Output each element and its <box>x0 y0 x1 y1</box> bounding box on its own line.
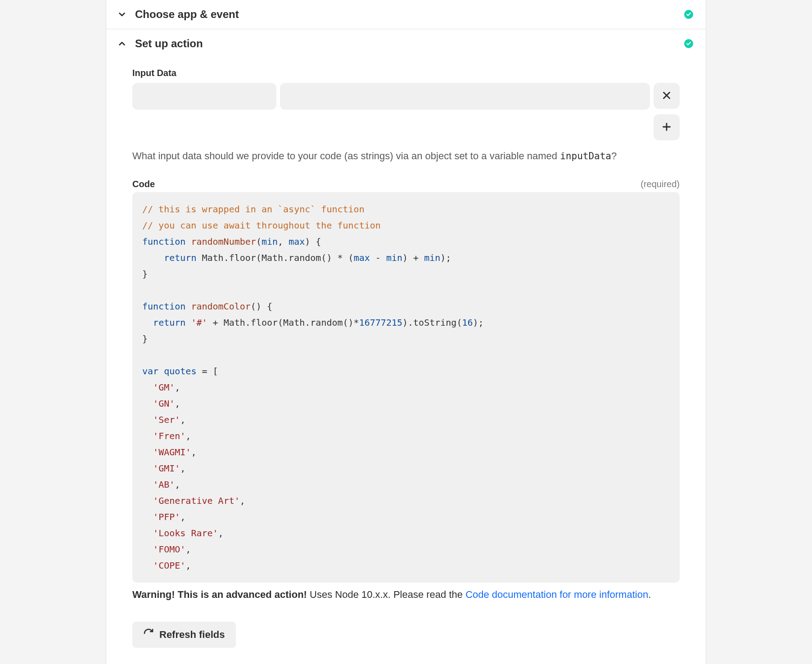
refresh-fields-button[interactable]: Refresh fields <box>132 622 236 648</box>
section-choose-app-event[interactable]: Choose app & event <box>106 0 706 29</box>
input-data-label: Input Data <box>132 68 680 78</box>
code-editor[interactable]: // this is wrapped in an `async` functio… <box>132 192 680 583</box>
code-label: Code <box>132 179 155 189</box>
setup-action-body: Input Data What input data should we pro… <box>106 58 706 664</box>
input-data-value-field[interactable] <box>280 83 650 110</box>
required-label: (required) <box>641 179 680 189</box>
editor-panel: Choose app & event Set up action Input D… <box>106 0 706 664</box>
code-docs-link[interactable]: Code documentation for more information <box>465 589 648 600</box>
input-data-key-field[interactable] <box>132 83 276 110</box>
remove-input-row-button[interactable] <box>654 83 680 109</box>
refresh-fields-label: Refresh fields <box>159 629 225 641</box>
refresh-icon <box>143 628 154 642</box>
section-set-up-action[interactable]: Set up action <box>106 29 706 58</box>
chevron-down-icon <box>117 9 127 19</box>
input-data-row <box>132 83 680 110</box>
check-complete-icon <box>684 39 693 48</box>
warning-text: Warning! This is an advanced action! Use… <box>132 587 680 602</box>
section-title: Choose app & event <box>135 8 239 21</box>
section-title: Set up action <box>135 37 203 50</box>
plus-icon <box>661 121 672 134</box>
close-icon <box>661 90 672 103</box>
input-data-help-text: What input data should we provide to you… <box>132 148 680 164</box>
check-complete-icon <box>684 10 693 19</box>
add-input-row-button[interactable] <box>654 114 680 140</box>
chevron-up-icon <box>117 39 127 49</box>
